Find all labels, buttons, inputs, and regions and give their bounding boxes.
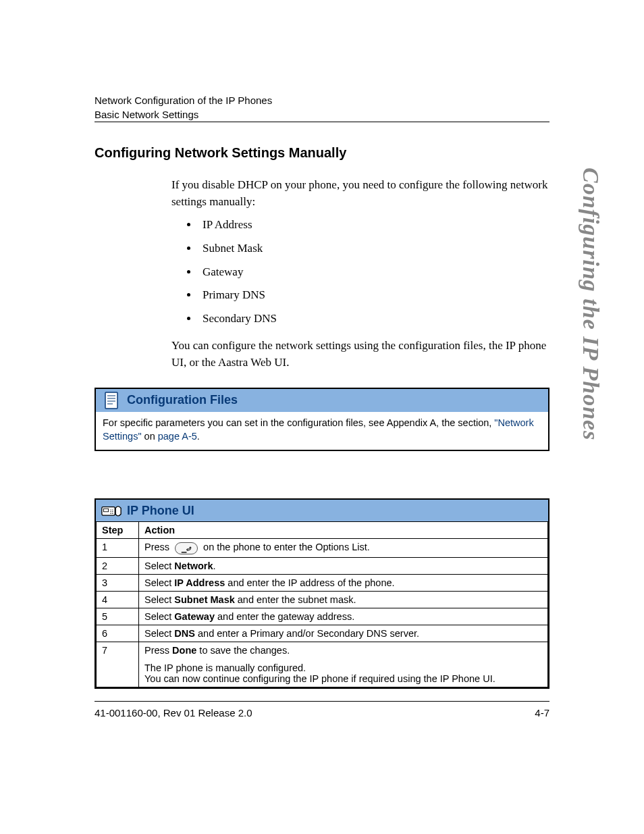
svg-point-10 [112, 511, 113, 512]
step-number: 4 [97, 591, 139, 608]
outro-paragraph: You can configure the network settings u… [171, 338, 549, 371]
config-files-text: For specific parameters you can set in t… [103, 417, 494, 428]
config-files-body: For specific parameters you can set in t… [96, 412, 548, 450]
file-icon [101, 392, 122, 409]
step-number: 7 [97, 642, 139, 687]
config-files-box: Configuration Files For specific paramet… [95, 388, 549, 452]
steps-table: Step Action 1Press ⎯⏎ on the phone to en… [96, 521, 548, 687]
svg-point-7 [110, 510, 111, 511]
footer-rule [95, 701, 549, 702]
svg-point-8 [112, 510, 113, 511]
options-key-icon: ⎯⏎ [175, 542, 198, 554]
breadcrumb-line1: Network Configuration of the IP Phones [95, 95, 272, 106]
table-row: 5Select Gateway and enter the gateway ad… [97, 608, 548, 625]
step-number: 1 [97, 539, 139, 557]
list-item: Primary DNS [198, 287, 549, 304]
svg-point-9 [110, 511, 111, 512]
table-row: 4Select Subnet Mask and enter the subnet… [97, 591, 548, 608]
ip-phone-ui-title: IP Phone UI [127, 504, 194, 518]
table-row: 1Press ⎯⏎ on the phone to enter the Opti… [97, 539, 548, 557]
step-action: Press ⎯⏎ on the phone to enter the Optio… [139, 539, 548, 557]
step-action: Select Subnet Mask and enter the subnet … [139, 591, 548, 608]
ip-phone-ui-box: IP Phone UI Step Action 1Press ⎯⏎ on the… [95, 498, 549, 688]
col-action: Action [139, 522, 548, 539]
svg-rect-0 [105, 392, 117, 409]
footer-right: 4-7 [535, 707, 549, 719]
step-number: 2 [97, 557, 139, 574]
step-number: 5 [97, 608, 139, 625]
config-files-title: Configuration Files [127, 393, 238, 407]
svg-point-12 [112, 513, 113, 514]
table-row: 6Select DNS and enter a Primary and/or S… [97, 625, 548, 642]
breadcrumb-line2: Basic Network Settings [95, 109, 198, 120]
col-step: Step [97, 522, 139, 539]
footer-left: 41-001160-00, Rev 01 Release 2.0 [95, 707, 252, 719]
list-item: Secondary DNS [198, 311, 549, 328]
settings-list: IP AddressSubnet MaskGatewayPrimary DNSS… [171, 217, 549, 327]
list-item: Gateway [198, 264, 549, 281]
svg-point-11 [110, 513, 111, 514]
link-page-a5[interactable]: page A-5 [158, 431, 197, 442]
header-rule [95, 122, 549, 122]
table-row: 7Press Done to save the changes.The IP p… [97, 642, 548, 687]
list-item: Subnet Mask [198, 240, 549, 257]
phone-icon [101, 502, 122, 519]
step-action: Press Done to save the changes.The IP ph… [139, 642, 548, 687]
step-number: 6 [97, 625, 139, 642]
breadcrumb: Network Configuration of the IP Phones B… [95, 93, 272, 122]
step-action: Select Network. [139, 557, 548, 574]
list-item: IP Address [198, 217, 549, 234]
step-action: Select Gateway and enter the gateway add… [139, 608, 548, 625]
side-chapter-title: Configuring the IP Phones [578, 167, 603, 440]
step-action: Select IP Address and enter the IP addre… [139, 574, 548, 591]
table-row: 2Select Network. [97, 557, 548, 574]
section-heading: Configuring Network Settings Manually [95, 145, 549, 161]
step-action: Select DNS and enter a Primary and/or Se… [139, 625, 548, 642]
table-row: 3Select IP Address and enter the IP addr… [97, 574, 548, 591]
intro-paragraph: If you disable DHCP on your phone, you n… [171, 177, 549, 210]
step-number: 3 [97, 574, 139, 591]
